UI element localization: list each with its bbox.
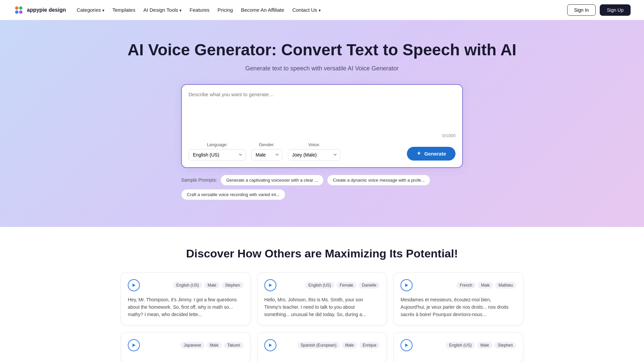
tag: English (US) — [446, 342, 475, 349]
svg-point-1 — [15, 6, 18, 10]
sample-prompts: Sample Prompts: Generate a captivating v… — [181, 175, 463, 200]
nav-affiliate[interactable]: Become An Affiliate — [241, 7, 284, 13]
play-button[interactable] — [400, 279, 413, 291]
gender-select[interactable]: Male Female — [251, 149, 282, 161]
char-count: 0/1000 — [189, 133, 455, 138]
generate-button[interactable]: Generate — [407, 147, 455, 161]
card-text: Mesdames et messieurs, écoutez-moi bien,… — [400, 296, 516, 318]
svg-point-2 — [19, 6, 22, 10]
nav-contact[interactable]: Contact Us — [292, 7, 320, 13]
card-tags: FrenchMaleMathieu — [457, 282, 516, 289]
logo-icon — [13, 5, 24, 15]
play-button[interactable] — [264, 279, 276, 291]
card-tags: English (US)FemaleDanielle — [305, 282, 380, 289]
prompt-btn-2[interactable]: Create a dynamic voice message with a pr… — [327, 175, 430, 186]
tag: Male — [477, 342, 492, 349]
prompt-btn-3[interactable]: Craft a versatile voice recording with v… — [181, 189, 285, 200]
prompt-textarea[interactable] — [189, 92, 455, 132]
nav-ai-design-tools[interactable]: AI Design Tools — [143, 7, 181, 13]
card-tags: JapaneseMaleTakumi — [180, 342, 244, 349]
svg-point-3 — [15, 10, 18, 14]
cards-grid: English (US)MaleStephenHey, Mr. Thompson… — [121, 272, 523, 362]
hero-section: AI Voice Generator: Convert Text to Spee… — [0, 20, 644, 227]
tag: Japanese — [180, 342, 205, 349]
svg-rect-0 — [13, 5, 24, 15]
nav-categories[interactable]: Categories — [76, 7, 104, 13]
generator-controls: Language: English (US) French Japanese S… — [189, 142, 455, 161]
tag: French — [457, 282, 476, 289]
nav-actions: Sign In Sign Up — [567, 4, 631, 16]
card-tags: English (US)MaleStephen — [446, 342, 516, 349]
sample-prompts-label: Sample Prompts: — [181, 177, 217, 183]
play-button[interactable] — [128, 279, 140, 291]
nav-links: Categories Templates AI Design Tools Fea… — [76, 7, 567, 13]
tag: Female — [336, 282, 357, 289]
tag: Male — [207, 342, 222, 349]
voice-label: Voice: — [288, 142, 340, 147]
discover-title: Discover How Others are Maximizing Its P… — [13, 247, 631, 260]
gender-label: Gender: — [251, 142, 282, 147]
sparkle-icon — [416, 151, 422, 156]
chevron-down-icon — [319, 7, 321, 13]
nav-templates[interactable]: Templates — [112, 7, 135, 13]
play-button[interactable] — [128, 339, 140, 351]
language-label: Language: — [189, 142, 246, 147]
prompt-btn-1[interactable]: Generate a captivating voiceover with a … — [220, 175, 324, 186]
voice-card: English (US)MaleStephenHey, Mr. Thompson… — [121, 272, 251, 325]
card-tags: English (US)MaleStephen — [173, 282, 244, 289]
sign-up-button[interactable]: Sign Up — [600, 4, 631, 16]
voice-card: Spanish (European)MaleEnrique — [257, 332, 387, 362]
nav-features[interactable]: Features — [190, 7, 209, 13]
language-select[interactable]: English (US) French Japanese Spanish (Eu… — [189, 149, 246, 161]
play-button[interactable] — [264, 339, 276, 351]
voice-select[interactable]: Joey (Male) Stephen (Male) Danielle (Fem… — [288, 149, 340, 161]
play-button[interactable] — [400, 339, 413, 351]
card-text: Hello, Mrs. Johnson, this is Ms. Smith, … — [264, 296, 380, 318]
logo[interactable]: appypie design — [13, 5, 66, 15]
svg-point-4 — [19, 10, 22, 14]
gender-control: Gender: Male Female — [251, 142, 282, 161]
card-text: Hey, Mr. Thompson, it's Jimmy. I got a f… — [128, 296, 244, 318]
tag: Stephen — [222, 282, 244, 289]
tag: Danielle — [359, 282, 380, 289]
nav-pricing[interactable]: Pricing — [218, 7, 233, 13]
tag: Spanish (European) — [297, 342, 340, 349]
tag: English (US) — [173, 282, 202, 289]
tag: English (US) — [305, 282, 334, 289]
tag: Male — [204, 282, 220, 289]
discover-section: Discover How Others are Maximizing Its P… — [0, 227, 644, 362]
tag: Enrique — [359, 342, 380, 349]
navbar: appypie design Categories Templates AI D… — [0, 0, 644, 20]
tag: Takumi — [224, 342, 244, 349]
tag: Male — [478, 282, 493, 289]
tag: Male — [342, 342, 357, 349]
generator-box: 0/1000 Language: English (US) French Jap… — [181, 84, 463, 168]
tag: Stephen — [494, 342, 516, 349]
tag: Mathieu — [495, 282, 516, 289]
chevron-down-icon — [179, 7, 181, 13]
hero-title: AI Voice Generator: Convert Text to Spee… — [13, 40, 631, 60]
voice-card: English (US)MaleStephen — [393, 332, 523, 362]
voice-card: English (US)FemaleDanielleHello, Mrs. Jo… — [257, 272, 387, 325]
voice-card: JapaneseMaleTakumi — [121, 332, 251, 362]
voice-card: FrenchMaleMathieuMesdames et messieurs, … — [393, 272, 523, 325]
chevron-down-icon — [102, 7, 104, 13]
voice-control: Voice: Joey (Male) Stephen (Male) Daniel… — [288, 142, 340, 161]
sign-in-button[interactable]: Sign In — [567, 4, 596, 16]
language-control: Language: English (US) French Japanese S… — [189, 142, 246, 161]
card-tags: Spanish (European)MaleEnrique — [297, 342, 380, 349]
hero-subtitle: Generate text to speech with versatile A… — [13, 65, 631, 72]
